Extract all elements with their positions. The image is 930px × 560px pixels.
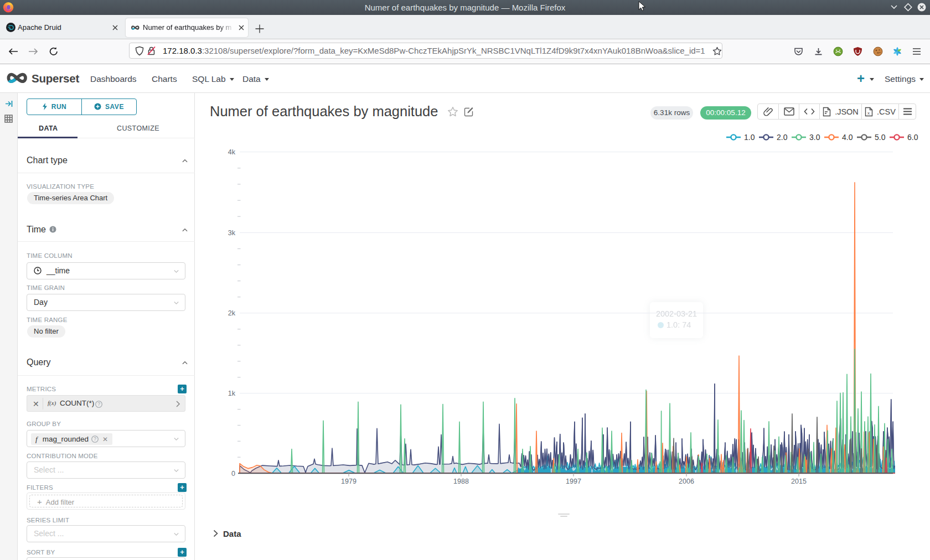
- svg-text:?: ?: [94, 436, 96, 442]
- svg-text:?: ?: [97, 401, 100, 407]
- svg-text:x: x: [867, 111, 870, 116]
